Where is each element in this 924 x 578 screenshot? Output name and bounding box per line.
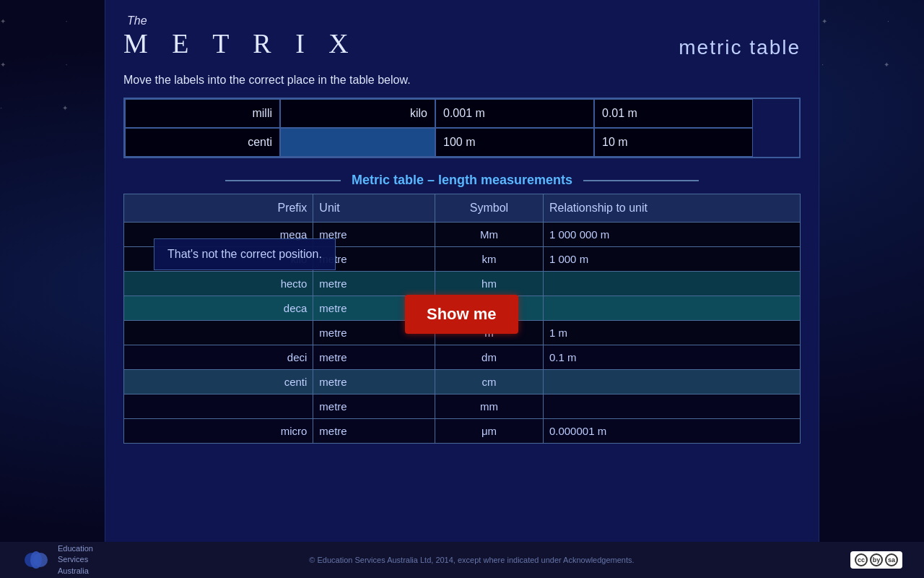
- by-icon: by: [870, 553, 883, 566]
- cell-rel-mega: 1 000 000 m: [543, 223, 800, 247]
- cell-prefix-hecto: hecto: [124, 272, 313, 296]
- sa-icon: sa: [885, 553, 898, 566]
- creative-commons-badge: cc by sa: [850, 551, 902, 569]
- svg-point-2: [30, 551, 42, 569]
- drag-label-10m[interactable]: 10 m: [594, 128, 753, 157]
- cell-prefix-deca: deca: [124, 296, 313, 321]
- logo-the: The: [127, 14, 357, 27]
- cell-symbol-mega: Mm: [435, 223, 544, 247]
- cc-icon: cc: [855, 553, 868, 566]
- table-row: deci metre dm 0.1 m: [124, 345, 801, 370]
- drag-label-empty[interactable]: [280, 128, 435, 157]
- header: The M E T R I X metric table: [123, 14, 801, 59]
- cell-unit-hecto: metre: [313, 272, 435, 296]
- table-section: Metric table – length measurements That'…: [123, 173, 801, 444]
- drag-label-milli[interactable]: milli: [125, 99, 280, 128]
- cell-rel-deci: 0.1 m: [543, 345, 800, 370]
- cc-icons: cc by sa: [850, 551, 902, 569]
- app-subtitle: metric table: [679, 36, 801, 59]
- header-unit: Unit: [313, 194, 435, 223]
- header-prefix: Prefix: [124, 194, 313, 223]
- cell-unit-centi: metre: [313, 370, 435, 394]
- table-row: micro metre μm 0.000001 m: [124, 419, 801, 444]
- cell-symbol-milli: mm: [435, 394, 544, 419]
- cell-rel-metre: 1 m: [543, 321, 800, 345]
- cell-unit-milli: metre: [313, 394, 435, 419]
- table-row: metre mm: [124, 394, 801, 419]
- logo-area: The M E T R I X: [123, 14, 357, 59]
- footer-copyright: © Education Services Australia Ltd, 2014…: [93, 556, 850, 564]
- header-relation: Relationship to unit: [543, 194, 800, 223]
- cell-rel-deca: [543, 296, 800, 321]
- cell-rel-centi: [543, 370, 800, 394]
- drag-label-100m[interactable]: 100 m: [435, 128, 594, 157]
- instruction-text: Move the labels into the correct place i…: [123, 74, 801, 87]
- cell-rel-hecto: [543, 272, 800, 296]
- cell-prefix-centi: centi: [124, 370, 313, 394]
- cell-rel-kilo: 1 000 m: [543, 247, 800, 272]
- cell-rel-milli: [543, 394, 800, 419]
- show-me-button[interactable]: Show me: [405, 295, 518, 334]
- drag-label-001m[interactable]: 0.01 m: [594, 99, 753, 128]
- cell-unit-micro: metre: [313, 419, 435, 444]
- cell-prefix-micro: micro: [124, 419, 313, 444]
- cell-rel-micro: 0.000001 m: [543, 419, 800, 444]
- cell-prefix-metre: [124, 321, 313, 345]
- drag-label-kilo[interactable]: kilo: [280, 99, 435, 128]
- footer-logo: Education Services Australia: [22, 543, 93, 577]
- cell-symbol-kilo: km: [435, 247, 544, 272]
- cell-symbol-deci: dm: [435, 345, 544, 370]
- main-container: The M E T R I X metric table Move the la…: [105, 0, 819, 542]
- cell-unit-deci: metre: [313, 345, 435, 370]
- drag-label-0001m[interactable]: 0.001 m: [435, 99, 594, 128]
- cell-symbol-micro: μm: [435, 419, 544, 444]
- drag-label-centi[interactable]: centi: [125, 128, 280, 157]
- table-title-row: Metric table – length measurements: [123, 173, 801, 188]
- cell-symbol-hecto: hm: [435, 272, 544, 296]
- header-symbol: Symbol: [435, 194, 544, 223]
- logo-metrix: M E T R I X: [123, 27, 357, 59]
- esa-logo-icon: [22, 545, 51, 574]
- drag-labels-area: milli kilo 0.001 m 0.01 m centi 100 m 10…: [123, 98, 801, 158]
- footer-org-name: Education Services Australia: [58, 543, 93, 577]
- footer: Education Services Australia © Education…: [0, 542, 924, 578]
- cell-symbol-centi: cm: [435, 370, 544, 394]
- error-tooltip: That's not the correct position.: [154, 238, 336, 270]
- table-row: hecto metre hm: [124, 272, 801, 296]
- title-line-left: [225, 180, 341, 181]
- cell-prefix-deci: deci: [124, 345, 313, 370]
- title-line-right: [583, 180, 699, 181]
- cell-prefix-milli: [124, 394, 313, 419]
- table-title: Metric table – length measurements: [352, 173, 572, 188]
- table-row: centi metre cm: [124, 370, 801, 394]
